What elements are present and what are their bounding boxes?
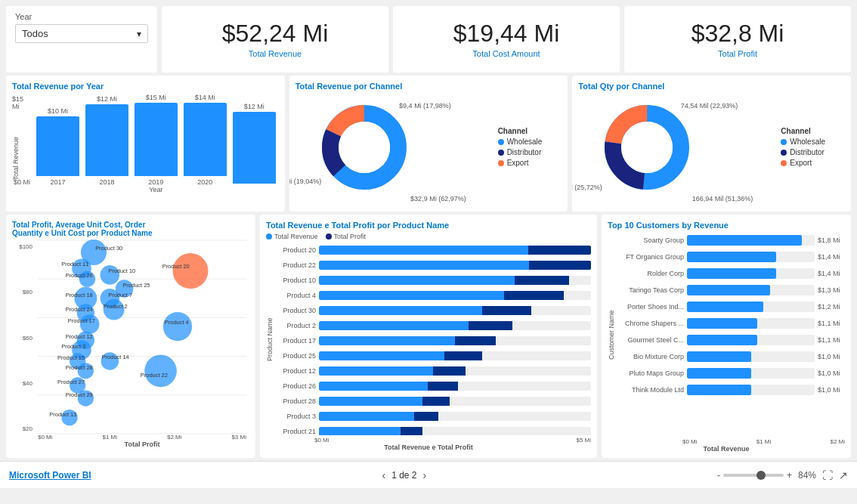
zoom-thumb[interactable] — [756, 471, 766, 480]
rev-legend-dot — [266, 233, 272, 240]
distributor-label: $9,95 Mi (19,04%) — [289, 178, 322, 185]
hbar-product26: Product 26 — [274, 379, 591, 393]
svg-text:Product 3: Product 3 — [61, 343, 85, 350]
svg-text:Product 12: Product 12 — [66, 333, 93, 340]
wholesale-dot — [498, 139, 504, 145]
top10-title: Top 10 Customers by Revenue — [608, 221, 845, 230]
fullscreen-icon[interactable]: ⛶ — [822, 469, 833, 481]
hbar-product28: Product 28 — [274, 394, 591, 408]
svg-text:Product 14: Product 14 — [102, 354, 129, 360]
prev-page-button[interactable]: ‹ — [382, 469, 385, 481]
svg-text:Product 13: Product 13 — [49, 411, 76, 418]
hbar-product25: Product 25 — [274, 349, 591, 363]
svg-text:Product 22: Product 22 — [141, 372, 168, 379]
top10-gourmet: Gourmet Steel C... $1,1 Mi — [615, 332, 845, 348]
qty-legend-distributor: Distributor — [781, 148, 825, 156]
zoom-plus-button[interactable]: + — [787, 470, 792, 481]
svg-text:Product 7: Product 7 — [108, 292, 132, 298]
zoom-minus-button[interactable]: - — [717, 470, 720, 481]
filter-card: Year Todos ▾ — [6, 6, 157, 73]
qty-legend-wholesale: Wholesale — [781, 138, 825, 146]
svg-text:Product 28: Product 28 — [66, 364, 93, 371]
scatter-y20: $20 — [23, 425, 32, 432]
revenue-by-year-title: Total Revenue por Year — [12, 82, 279, 91]
top10-ftorganics: FT Organics Group $1,4 Mi — [615, 249, 845, 264]
revenue-by-year-chart: Total Revenue por Year $15 Mi Total Reve… — [6, 76, 285, 212]
share-icon[interactable]: ↗ — [839, 469, 848, 481]
powerbi-brand[interactable]: Microsoft Power BI — [9, 470, 91, 481]
hbar-product21: Product 21 — [274, 425, 591, 435]
revenue-channel-donut-area: $9,4 Mi (17,98%) $9,95 Mi (19,04%) $32,9… — [295, 94, 562, 203]
svg-text:Product 24: Product 24 — [66, 306, 93, 313]
qty-wholesale-dot — [781, 139, 787, 145]
svg-point-48 — [144, 354, 177, 387]
qty-export-dot — [781, 160, 787, 166]
revenue-profit-bar-card: Total Revenue e Total Profit por Product… — [260, 215, 597, 458]
hbar-product20: Product 20 — [274, 243, 591, 257]
qty-by-channel-chart: Total Qty por Channel 74,54 Mil (22,93%)… — [572, 76, 851, 212]
bar-2017: $10 Mi 2017 — [36, 94, 79, 186]
scatter-x-label: Total Profit — [35, 441, 249, 448]
bottom-row: Total Profit, Average Unit Cost, OrderQu… — [0, 212, 857, 461]
scatter-y60: $60 — [23, 335, 32, 342]
legend-wholesale: Wholesale — [498, 138, 543, 146]
total-revenue-label: Total Revenue — [249, 49, 302, 58]
zoom-slider[interactable] — [723, 474, 784, 477]
svg-text:Product 15: Product 15 — [57, 354, 85, 361]
top10-rolder: Rolder Corp $1,4 Mi — [615, 266, 845, 281]
svg-point-36 — [163, 312, 192, 341]
total-profit-card: $32,8 Mi Total Profit — [624, 6, 851, 73]
dashboard: Year Todos ▾ $52,24 Mi Total Revenue $19… — [0, 0, 857, 504]
top10-porter: Porter Shoes Ind... $1,2 Mi — [615, 299, 845, 314]
top10-chart-area: Customer Name Soarty Group $1,8 Mi FT Or… — [608, 233, 845, 437]
legend-export: Export — [498, 159, 543, 167]
svg-text:Product 30: Product 30 — [95, 245, 122, 252]
revenue-profit-title: Total Revenue e Total Profit por Product… — [266, 221, 591, 230]
qty-export-text: Export — [790, 159, 812, 167]
hbar-product4: Product 4 — [274, 289, 591, 302]
svg-point-3 — [339, 122, 390, 173]
profit-legend-dot — [326, 233, 332, 240]
top10-x-axis: $0 Mi $1 Mi $2 Mi — [608, 438, 845, 445]
top10-x-label: Total Revenue — [608, 445, 845, 453]
revenue-profit-legend: Total Revenue Total Profit — [266, 233, 591, 240]
export-dot — [498, 160, 504, 166]
page-indicator: 1 de 2 — [391, 470, 416, 481]
qty-wholesale-text: Wholesale — [790, 138, 825, 146]
svg-text:Product 20: Product 20 — [162, 263, 190, 270]
hbar-product10: Product 10 — [274, 274, 591, 287]
zoom-value: 84% — [798, 470, 816, 481]
footer: Microsoft Power BI ‹ 1 de 2 › - + 84% ⛶ … — [0, 461, 857, 488]
svg-text:Product 17: Product 17 — [68, 317, 95, 324]
scatter-y40: $40 — [23, 380, 32, 387]
total-profit-label: Total Profit — [718, 49, 757, 58]
scatter-title: Total Profit, Average Unit Cost, OrderQu… — [12, 221, 249, 237]
middle-row: Total Revenue por Year $15 Mi Total Reve… — [0, 76, 857, 212]
qty-channel-legend: Channel Wholesale Distributor Export — [781, 127, 825, 169]
svg-text:Product 25: Product 25 — [122, 282, 150, 289]
scatter-y80: $80 — [23, 289, 32, 295]
svg-point-22 — [173, 253, 209, 289]
hbar-product2: Product 2 — [274, 319, 591, 332]
wholesale-label-text: Wholesale — [507, 138, 543, 146]
hbar-product17: Product 17 — [274, 334, 591, 348]
qty-export-label: 74,54 Mil (22,93%) — [681, 102, 738, 110]
hbar-product12: Product 12 — [274, 364, 591, 378]
total-revenue-card: $52,24 Mi Total Revenue — [162, 6, 388, 73]
svg-text:Product 26: Product 26 — [66, 272, 93, 279]
rp-x-axis: $0 Mi $5 Mi — [266, 437, 591, 444]
qty-legend-export: Export — [781, 159, 825, 167]
top10-soarty: Soarty Group $1,8 Mi — [615, 233, 845, 248]
next-page-button[interactable]: › — [423, 469, 427, 481]
zoom-controls: - + 84% — [717, 470, 816, 481]
top10-think: Think Module Ltd $1,0 Mi — [615, 382, 845, 397]
top10-pluto: Pluto Maps Group $1,0 Mi — [615, 366, 845, 381]
export-label: $9,4 Mi (17,98%) — [399, 102, 451, 110]
qty-distributor-dot — [781, 150, 787, 156]
total-cost-card: $19,44 Mi Total Cost Amount — [393, 6, 620, 73]
qty-distributor-label: 83,59 Mil (25,72%) — [572, 184, 602, 191]
svg-text:Product 11: Product 11 — [61, 261, 88, 267]
bar-2020-1: $14 Mi 2020 — [184, 94, 227, 186]
year-filter-select[interactable]: Todos ▾ — [15, 24, 148, 43]
qty-wholesale-label: 166,94 Mil (51,36%) — [692, 195, 753, 203]
